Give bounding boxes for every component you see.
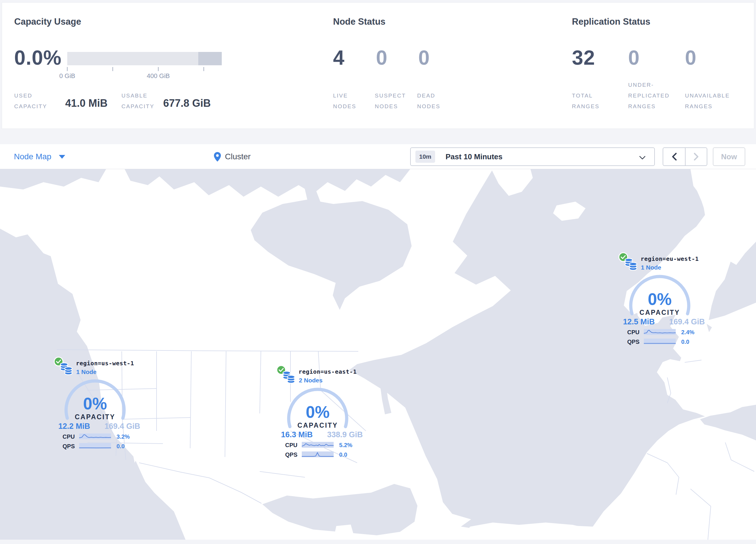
capacity-label: CAPACITY — [631, 309, 689, 317]
breadcrumb[interactable]: Cluster — [214, 144, 251, 169]
time-back-button[interactable] — [663, 148, 685, 165]
locality-marker-eu-west-1[interactable]: region=eu-west-1 1 Node 0% CAPACITY 12.5… — [617, 251, 717, 348]
qps-label: QPS — [52, 443, 75, 450]
qps-label: QPS — [275, 452, 297, 458]
locality-used-capacity: 12.5 MiB — [621, 318, 656, 327]
cpu-value: 2.4% — [681, 329, 695, 336]
usable-capacity-value: 677.8 GiB — [163, 97, 211, 109]
usable-capacity-label: USABLE CAPACITY — [121, 90, 155, 112]
under-replicated-count: 0 — [628, 46, 640, 69]
capacity-label: CAPACITY — [66, 413, 124, 421]
suspect-nodes-count: 0 — [376, 46, 388, 69]
view-selector-label: Node Map — [14, 152, 51, 161]
used-capacity-label: USED CAPACITY — [14, 90, 47, 112]
cpu-sparkline — [644, 329, 676, 335]
gauge-tick — [112, 67, 113, 71]
qps-value: 0.0 — [681, 339, 689, 345]
database-stack-icon — [282, 370, 296, 385]
cpu-value: 5.2% — [339, 442, 352, 449]
ocean-shape — [125, 169, 410, 197]
replication-status-title: Replication Status — [572, 17, 650, 27]
qps-value: 0.0 — [339, 452, 347, 458]
cpu-value: 3.2% — [117, 434, 130, 440]
locality-total-capacity: 169.4 GiB — [104, 422, 140, 431]
breadcrumb-label: Cluster — [225, 152, 251, 161]
locality-region-label: region=us-east-1 — [299, 368, 357, 375]
time-window-label: Past 10 Minutes — [446, 152, 503, 161]
caret-down-icon — [59, 155, 65, 159]
qps-sparkline — [79, 443, 111, 449]
node-status-title: Node Status — [333, 17, 386, 27]
used-capacity-value: 41.0 MiB — [65, 97, 108, 109]
qps-sparkline — [644, 339, 676, 345]
locality-marker-us-west-1[interactable]: region=us-west-1 1 Node 0% CAPACITY 12.2… — [52, 356, 152, 453]
database-stack-icon — [624, 257, 638, 272]
under-replicated-label: UNDER- REPLICATED RANGES — [628, 79, 670, 112]
ocean-shape — [0, 169, 106, 189]
locality-capacity-percent: 0% — [66, 394, 124, 413]
suspect-nodes-label: SUSPECT NODES — [375, 90, 406, 112]
locality-capacity-percent: 0% — [631, 290, 689, 309]
locality-node-count: 1 Node — [641, 264, 661, 271]
locality-total-capacity: 338.9 GiB — [327, 430, 363, 439]
qps-sparkline — [302, 452, 334, 457]
cluster-overview-panel: Capacity Usage 0.0% 0 GiB 400 GiB USED C… — [2, 2, 754, 129]
gauge-tick — [203, 67, 204, 71]
live-nodes-count: 4 — [333, 46, 345, 69]
map-toolbar: Node Map Cluster 10m Past 10 Minutes Now — [0, 144, 756, 169]
now-button[interactable]: Now — [713, 147, 745, 166]
locality-node-count: 2 Nodes — [299, 377, 323, 384]
cpu-label: CPU — [617, 329, 639, 336]
view-selector-dropdown[interactable]: Node Map — [14, 144, 65, 169]
locality-node-count: 1 Node — [76, 369, 97, 376]
world-map — [0, 169, 756, 540]
locality-region-label: region=eu-west-1 — [641, 255, 699, 262]
dead-nodes-label: DEAD NODES — [417, 90, 440, 112]
ocean-shape — [700, 405, 756, 440]
chevron-down-icon — [639, 156, 646, 159]
locality-marker-us-east-1[interactable]: region=us-east-1 2 Nodes 0% CAPACITY 16.… — [275, 364, 375, 461]
cpu-sparkline — [79, 434, 111, 439]
total-ranges-label: TOTAL RANGES — [572, 90, 599, 112]
capacity-gauge-bar — [67, 52, 222, 65]
locality-used-capacity: 12.2 MiB — [57, 422, 92, 431]
capacity-gauge-reserved-segment — [198, 52, 222, 65]
time-step-controls — [663, 147, 707, 166]
dead-nodes-count: 0 — [418, 46, 430, 69]
capacity-percent: 0.0% — [14, 46, 62, 69]
time-window-badge: 10m — [415, 150, 435, 163]
cpu-sparkline — [302, 442, 334, 448]
time-window-dropdown[interactable]: 10m Past 10 Minutes — [410, 147, 655, 166]
total-ranges-count: 32 — [572, 46, 595, 69]
gauge-tick-label-0: 0 GiB — [59, 72, 75, 80]
qps-label: QPS — [617, 339, 639, 345]
chevron-left-icon — [672, 153, 677, 161]
locality-region-label: region=us-west-1 — [76, 360, 134, 367]
gauge-tick — [67, 67, 68, 71]
capacity-label: CAPACITY — [289, 422, 347, 429]
unavailable-ranges-count: 0 — [685, 46, 697, 69]
node-map: region=us-west-1 1 Node 0% CAPACITY 12.2… — [0, 169, 756, 540]
chevron-right-icon — [694, 153, 699, 161]
locality-total-capacity: 169.4 GiB — [669, 318, 705, 327]
live-nodes-label: LIVE NODES — [333, 90, 356, 112]
capacity-usage-title: Capacity Usage — [14, 17, 81, 27]
location-pin-icon — [214, 152, 221, 162]
unavailable-ranges-label: UNAVAILABLE RANGES — [685, 90, 730, 112]
qps-value: 0.0 — [117, 443, 125, 450]
now-button-label: Now — [721, 152, 737, 161]
time-forward-button[interactable] — [685, 148, 707, 165]
database-stack-icon — [59, 362, 74, 377]
gauge-tick-label-400: 400 GiB — [147, 72, 170, 80]
locality-used-capacity: 16.3 MiB — [279, 430, 314, 439]
cpu-label: CPU — [275, 442, 297, 449]
locality-capacity-percent: 0% — [289, 403, 347, 422]
cpu-label: CPU — [52, 434, 75, 440]
gauge-tick — [158, 67, 159, 71]
